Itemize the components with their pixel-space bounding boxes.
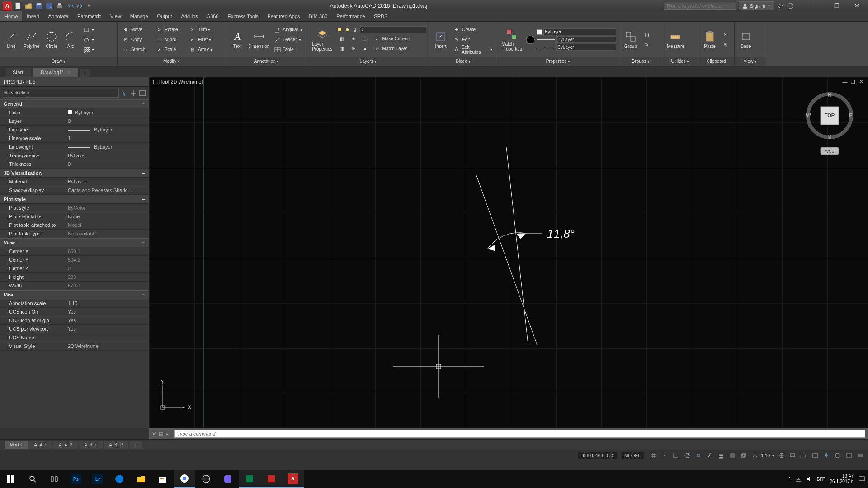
search-input[interactable]: [664, 2, 736, 10]
hatch-button[interactable]: ▾: [81, 45, 96, 54]
dimension-button[interactable]: Dimension: [248, 29, 270, 50]
prop-ucs-icon-on[interactable]: UCS icon OnYes: [0, 308, 149, 316]
prop-plot-table-type[interactable]: Plot table typeNot available: [0, 230, 149, 238]
close-tab-icon[interactable]: ×: [67, 70, 70, 75]
snap-toggle[interactable]: [660, 451, 670, 460]
leader-button[interactable]: Leader ▾: [272, 35, 304, 44]
table-button[interactable]: Table: [272, 45, 304, 54]
maximize-button[interactable]: ❐: [828, 1, 845, 11]
hardware-accel-icon[interactable]: [821, 451, 831, 460]
layout-tab-a_4_l[interactable]: A_4_L: [28, 441, 52, 449]
prop-ucs-name[interactable]: UCS Name: [0, 333, 149, 342]
network-icon[interactable]: [795, 476, 802, 482]
ungroup-button[interactable]: ⬚: [641, 30, 652, 39]
saveas-icon[interactable]: [45, 2, 53, 10]
prop-plot-style[interactable]: Plot styleByColor: [0, 204, 149, 212]
customize-icon[interactable]: [855, 451, 865, 460]
grid-toggle[interactable]: [648, 451, 658, 460]
angular-button[interactable]: Angular ▾: [272, 25, 304, 34]
volume-icon[interactable]: [806, 476, 812, 482]
move-button[interactable]: ✥Move: [120, 25, 153, 34]
prop-material[interactable]: MaterialByLayer: [0, 178, 149, 186]
quickselect-icon[interactable]: [121, 89, 128, 97]
tray-chevron-icon[interactable]: ˄: [788, 477, 791, 482]
layer-off-button[interactable]: ◌: [360, 34, 371, 43]
app-icon-3[interactable]: [260, 470, 282, 488]
lineweight-selector[interactable]: [556, 36, 616, 43]
photoshop-icon[interactable]: Ps: [65, 470, 87, 488]
cmd-close-icon[interactable]: ✕: [152, 431, 156, 437]
fillet-button[interactable]: ⌐Fillet ▾: [187, 35, 220, 44]
prop-shadow-display[interactable]: Shadow displayCasts and Receives Shado..…: [0, 186, 149, 195]
signin-button[interactable]: Sign In ▼: [739, 1, 774, 10]
bycolor-icon[interactable]: [525, 35, 535, 45]
osnap-toggle[interactable]: [693, 451, 703, 460]
action-center-icon[interactable]: [858, 475, 865, 483]
create-block-button[interactable]: ✚Create: [451, 25, 494, 34]
layer-on-button[interactable]: ●: [360, 44, 371, 53]
start-button[interactable]: [0, 470, 22, 488]
menu-output[interactable]: Output: [153, 11, 177, 21]
polar-toggle[interactable]: [682, 451, 692, 460]
paste-button[interactable]: Paste: [701, 29, 718, 50]
prop-height[interactable]: Height289: [0, 273, 149, 282]
prop-plot-style-table[interactable]: Plot style tableNone: [0, 212, 149, 221]
ellipse-button[interactable]: ▾: [81, 35, 96, 44]
start-tab[interactable]: Start: [5, 68, 31, 77]
select-objects-icon[interactable]: [130, 89, 137, 97]
prop-transparency[interactable]: TransparencyByLayer: [0, 151, 149, 160]
prop-center-y[interactable]: Center Y504.2: [0, 256, 149, 264]
search-button[interactable]: [22, 470, 43, 488]
layout-tab-a_4_p[interactable]: A_4_P: [53, 441, 78, 449]
menu-express-tools[interactable]: Express Tools: [223, 11, 263, 21]
new-tab-button[interactable]: +: [80, 69, 90, 77]
redo-icon[interactable]: [76, 2, 85, 10]
drawing-tab[interactable]: Drawing1*×: [33, 68, 78, 77]
stretch-button[interactable]: ↔Stretch: [120, 45, 153, 54]
menu-a360[interactable]: A360: [203, 11, 223, 21]
layer-properties-button[interactable]: Layer Properties: [310, 27, 335, 52]
lineweight-toggle[interactable]: [716, 451, 726, 460]
match-layer-button[interactable]: ⇄Match Layer: [372, 44, 409, 53]
transparency-toggle[interactable]: [727, 451, 737, 460]
mirror-button[interactable]: ⇋Mirror: [154, 35, 186, 44]
quickprops-icon[interactable]: [810, 451, 820, 460]
prop-center-x[interactable]: Center X650.1: [0, 247, 149, 256]
workspace-icon[interactable]: [776, 451, 786, 460]
layout-tab-model[interactable]: Model: [5, 441, 28, 449]
layout-tab-a_3_l[interactable]: A_3_L: [79, 441, 103, 449]
chrome-icon[interactable]: [174, 470, 195, 488]
menu-manage[interactable]: Manage: [126, 11, 153, 21]
model-viewport[interactable]: [−][Top][2D Wireframe] — ❐ ✕ 11,8°: [149, 77, 868, 428]
help-icon[interactable]: ?: [787, 2, 794, 9]
category-misc[interactable]: Misc−: [0, 290, 149, 299]
menu-insert[interactable]: Insert: [22, 11, 44, 21]
menu-spds[interactable]: SPDS: [369, 11, 392, 21]
menu-bim-360[interactable]: BIM 360: [304, 11, 332, 21]
new-icon[interactable]: [14, 2, 22, 10]
edit-block-button[interactable]: ✎Edit: [451, 35, 494, 44]
autocad-task-icon[interactable]: A: [282, 470, 304, 488]
minimize-button[interactable]: —: [808, 1, 826, 11]
units-icon[interactable]: 1:1: [799, 451, 809, 460]
annotation-monitor-icon[interactable]: [788, 451, 797, 460]
clock[interactable]: 19:4726.1.2017 г.: [830, 474, 854, 484]
prop-ucs-icon-at-origin[interactable]: UCS icon at originYes: [0, 316, 149, 325]
scale-button[interactable]: ⤢Scale: [154, 45, 186, 54]
edit-attr-button[interactable]: AEdit Attributes ▾: [451, 45, 494, 54]
explorer-icon[interactable]: [130, 470, 152, 488]
exchange-icon[interactable]: [777, 2, 784, 9]
insert-button[interactable]: Insert: [432, 29, 449, 50]
lang-indicator[interactable]: БГР: [817, 477, 826, 482]
prop-linetype-scale[interactable]: Linetype scale1: [0, 134, 149, 143]
close-button[interactable]: ✕: [848, 1, 865, 11]
menu-add-ins[interactable]: Add-ins: [177, 11, 203, 21]
print-icon[interactable]: [56, 2, 64, 10]
rotate-button[interactable]: ↻Rotate: [154, 25, 186, 34]
group-button[interactable]: Group: [622, 29, 639, 50]
space-readout[interactable]: MODEL: [621, 452, 644, 459]
make-current-button[interactable]: ✓Make Current: [372, 34, 412, 43]
cycling-toggle[interactable]: [739, 451, 749, 460]
save-icon[interactable]: [35, 2, 43, 10]
ortho-toggle[interactable]: [671, 451, 681, 460]
